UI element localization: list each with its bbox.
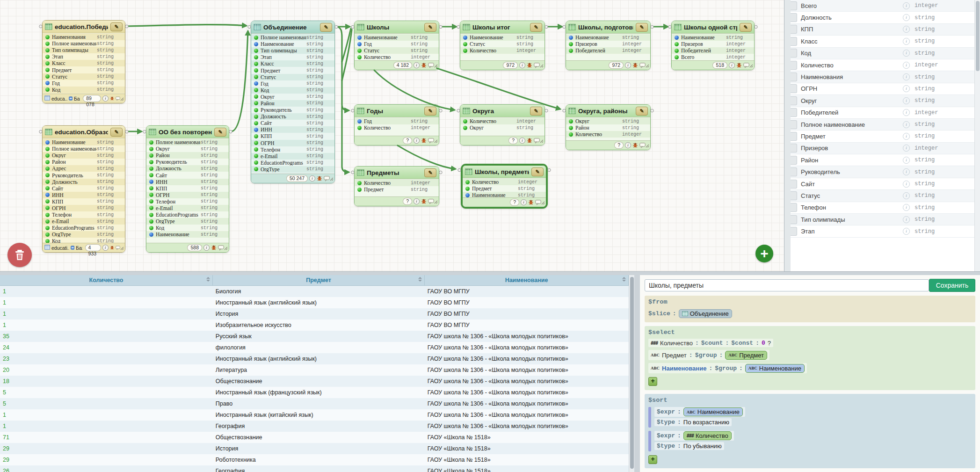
field-list-item[interactable]: Наименования i string xyxy=(791,71,974,83)
field-list-item[interactable]: Полное наименование i string xyxy=(791,119,974,131)
info-icon[interactable]: i xyxy=(903,73,910,80)
port-right-districts[interactable] xyxy=(545,109,548,112)
info-icon[interactable]: i xyxy=(903,38,910,45)
node-header[interactable]: Школы, подготовка ... ✎ xyxy=(566,21,650,34)
node-schools-oneline[interactable]: Школы одной стро... ✎ Наименование strin… xyxy=(671,21,755,70)
edit-node-button[interactable]: ✎ xyxy=(424,23,436,32)
optional-marker[interactable]: ? xyxy=(768,340,771,347)
drag-handle[interactable] xyxy=(791,25,797,34)
node-resize-handle[interactable] xyxy=(540,64,544,69)
info-icon[interactable]: i xyxy=(521,199,527,205)
info-icon[interactable]: i xyxy=(625,142,631,148)
info-icon[interactable]: i xyxy=(903,85,910,92)
info-icon[interactable]: i xyxy=(903,157,910,164)
field-list-item[interactable]: ОГРН i string xyxy=(791,83,974,95)
field-list-item[interactable]: Этап i string xyxy=(791,225,974,237)
bottom-splitter[interactable] xyxy=(634,275,640,472)
node-schools-subjects[interactable]: Школы, предметы ✎ Количество integer Пре… xyxy=(461,164,548,209)
table-row[interactable]: 24 филология ГАОУ школа № 1306 - «Школа … xyxy=(0,342,629,353)
info-icon[interactable]: i xyxy=(903,204,910,211)
info-icon[interactable]: i xyxy=(903,133,910,140)
port-right-oo[interactable] xyxy=(229,130,232,133)
sort-indicator[interactable] xyxy=(206,277,210,282)
table-row[interactable]: 23 Иностранный язык (английский язык) ГА… xyxy=(0,353,629,364)
table-row[interactable]: 1 Изобразительное искусство ГАОУ ВО МГПУ xyxy=(0,320,629,331)
field-list-item[interactable]: Сайт i string xyxy=(791,178,974,190)
sort-direction[interactable]: По убыванию xyxy=(683,443,722,450)
info-icon[interactable]: i xyxy=(903,50,910,57)
table-row[interactable]: 29 История ГАОУ «Школа № 1518» xyxy=(0,443,629,454)
port-right-schools-prep[interactable] xyxy=(651,25,653,28)
const-value[interactable]: 0 xyxy=(762,340,765,347)
info-icon[interactable]: i xyxy=(102,245,109,251)
node-resize-handle[interactable] xyxy=(224,246,228,251)
table-row[interactable]: 1 Иностранный язык (китайский язык) ГАОУ… xyxy=(0,409,629,421)
edit-node-button[interactable]: ✎ xyxy=(636,23,648,32)
select-field-row[interactable]: ###Количество:$count:$const:0? xyxy=(648,339,773,347)
fields-panel-scrollbar[interactable] xyxy=(974,0,980,271)
port-right-schools-total[interactable] xyxy=(545,25,548,28)
field-chip[interactable]: Объединение xyxy=(679,309,732,318)
node-header[interactable]: Округа, районы ✎ xyxy=(566,105,650,117)
node-years[interactable]: Годы ✎ Год string Количество integer ? i xyxy=(354,104,439,145)
node-header[interactable]: ОО без повторений ✎ xyxy=(146,126,229,138)
table-row[interactable]: 29 Робототехника ГАОУ «Школа № 1518» xyxy=(0,454,629,465)
info-icon[interactable]: i xyxy=(519,62,525,68)
node-union[interactable]: Объединение ✎ Полное наименование string… xyxy=(251,21,335,183)
drag-handle[interactable] xyxy=(791,61,797,70)
info-icon[interactable]: i xyxy=(903,109,910,116)
node-header[interactable]: Годы ✎ xyxy=(355,105,439,117)
node-resize-handle[interactable] xyxy=(646,64,649,69)
port-right-districts-regions[interactable] xyxy=(651,109,653,112)
drag-handle[interactable] xyxy=(791,180,797,189)
node-resize-handle[interactable] xyxy=(330,177,334,182)
field-list-item[interactable]: Класс i string xyxy=(791,36,974,47)
edit-node-button[interactable]: ✎ xyxy=(740,23,752,32)
node-header[interactable]: Предметы ✎ xyxy=(355,167,439,179)
drag-handle[interactable] xyxy=(791,191,797,200)
field-list-item[interactable]: Округ i string xyxy=(791,95,974,107)
sort-direction[interactable]: По возрастанию xyxy=(683,419,729,426)
edit-node-button[interactable]: ✎ xyxy=(636,107,648,116)
table-row[interactable]: 20 Литература ГАОУ школа № 1306 - «Школа… xyxy=(0,364,629,376)
node-pobediteli[interactable]: education.Победите... ✎ Наименования str… xyxy=(42,20,125,103)
node-resize-handle[interactable] xyxy=(120,246,124,251)
drag-handle[interactable] xyxy=(791,108,797,117)
table-row[interactable]: 71 Обществознание ГАОУ «Школа № 1518» xyxy=(0,432,629,443)
node-header[interactable]: Школы одной стро... ✎ xyxy=(672,21,754,34)
edit-node-button[interactable]: ✎ xyxy=(320,23,332,32)
sort-indicator[interactable] xyxy=(418,277,422,282)
node-schools[interactable]: Школы ✎ Наименование string Год string С… xyxy=(354,21,439,70)
info-icon[interactable]: i xyxy=(903,14,910,21)
port-right-years[interactable] xyxy=(439,109,442,112)
node-resize-handle[interactable] xyxy=(646,144,649,149)
field-chip[interactable]: ###Количество xyxy=(683,431,732,440)
drag-handle[interactable] xyxy=(791,156,797,165)
port-right-schools-subjects[interactable] xyxy=(548,168,551,171)
save-button[interactable]: Сохранить xyxy=(929,279,975,292)
scrollbar-thumb[interactable] xyxy=(976,1,980,71)
select-field-row[interactable]: АВСПредмет:$group:АВСПредмет xyxy=(648,350,769,360)
drag-handle[interactable] xyxy=(791,167,797,176)
table-row[interactable]: 1 География ГАОУ школа № 1306 - «Школа м… xyxy=(0,421,629,432)
drag-handle[interactable] xyxy=(791,227,797,236)
node-header[interactable]: education.Образова... ✎ xyxy=(43,126,125,138)
node-districts-regions[interactable]: Округа, районы ✎ Округ string Район stri… xyxy=(566,104,651,150)
drag-handle[interactable] xyxy=(791,215,797,224)
node-subjects[interactable]: Предметы ✎ Количество integer Предмет st… xyxy=(354,166,439,206)
select-field-row[interactable]: АВСНаименование:$group:АВСНаименование xyxy=(648,363,807,373)
edit-node-button[interactable]: ✎ xyxy=(530,23,542,32)
port-right-schools[interactable] xyxy=(439,25,442,28)
node-obrazova[interactable]: education.Образова... ✎ Наименование str… xyxy=(42,125,125,253)
table-row[interactable]: 5 Право ГАОУ школа № 1306 - «Школа молод… xyxy=(0,398,629,409)
field-list-item[interactable]: Победителей i integer xyxy=(791,107,974,119)
scrollbar-thumb[interactable] xyxy=(630,277,634,469)
drag-handle[interactable] xyxy=(791,144,797,152)
field-list-item[interactable]: Призеров i integer xyxy=(791,143,974,154)
add-select-field-button[interactable]: + xyxy=(648,377,657,386)
field-list-item[interactable]: Количество i integer xyxy=(791,59,974,71)
node-header[interactable]: Школы итог ✎ xyxy=(460,21,544,34)
sort-rule[interactable]: $expr:АВСНаименование $type:По возрастан… xyxy=(648,407,972,428)
edit-node-button[interactable]: ✎ xyxy=(530,107,542,116)
node-resize-handle[interactable] xyxy=(541,201,545,206)
